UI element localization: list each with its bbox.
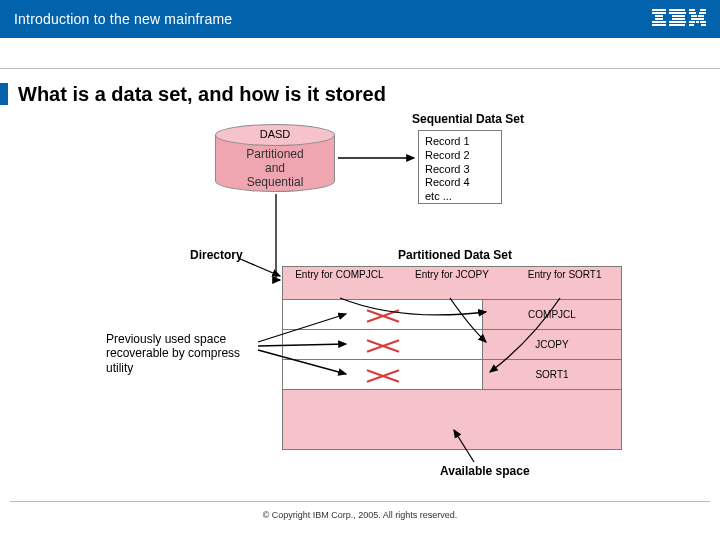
pds-member: SORT1 (483, 360, 621, 389)
x-mark-icon (366, 336, 400, 354)
svg-rect-11 (669, 24, 685, 26)
pds-available-space (283, 389, 621, 449)
svg-rect-2 (655, 15, 663, 17)
svg-line-25 (238, 258, 280, 276)
seq-row: Record 4 (425, 176, 495, 190)
pds-table: Entry for COMPJCL Entry for JCOPY Entry … (282, 266, 622, 450)
pds-member-row: COMPJCL (283, 299, 621, 329)
dasd-text: Partitioned and Sequential (215, 148, 335, 189)
copyright-text: © Copyright IBM Corp., 2005. All rights … (0, 510, 720, 520)
svg-rect-20 (696, 21, 699, 23)
slide-header: Introduction to the new mainframe (0, 0, 720, 38)
svg-rect-6 (669, 9, 685, 11)
partitioned-title: Partitioned Data Set (398, 248, 512, 262)
seq-row: Record 1 (425, 135, 495, 149)
available-space-label: Available space (440, 464, 530, 478)
slide-content: What is a data set, and how is it stored… (0, 69, 720, 502)
svg-rect-18 (691, 18, 704, 20)
sequential-title: Sequential Data Set (412, 112, 524, 126)
x-mark-icon (366, 306, 400, 324)
prev-space-label: Previously used space recoverable by com… (106, 332, 256, 375)
footer-divider (10, 501, 710, 502)
svg-rect-13 (700, 9, 706, 11)
svg-rect-19 (689, 21, 695, 23)
x-mark-icon (366, 366, 400, 384)
seq-row: etc ... (425, 190, 495, 204)
pds-entry: Entry for COMPJCL (283, 267, 396, 299)
svg-rect-12 (689, 9, 695, 11)
pds-entry: Entry for SORT1 (508, 267, 621, 299)
svg-rect-15 (699, 12, 706, 14)
svg-rect-14 (689, 12, 696, 14)
svg-rect-21 (700, 21, 706, 23)
pds-member-row: JCOPY (283, 329, 621, 359)
pds-member-row: SORT1 (283, 359, 621, 389)
svg-rect-3 (655, 18, 663, 20)
svg-rect-7 (669, 12, 686, 14)
svg-rect-22 (689, 24, 694, 26)
svg-rect-23 (701, 24, 706, 26)
svg-rect-1 (652, 12, 666, 14)
svg-rect-16 (691, 15, 697, 17)
directory-label: Directory (190, 248, 243, 262)
title-accent-bar (0, 83, 8, 105)
pds-entry: Entry for JCOPY (396, 267, 509, 299)
pds-member: JCOPY (483, 330, 621, 359)
seq-row: Record 3 (425, 163, 495, 177)
ibm-logo (652, 9, 706, 29)
svg-rect-8 (672, 15, 685, 17)
svg-rect-10 (669, 21, 686, 23)
pds-member: COMPJCL (483, 300, 621, 329)
slide-title: What is a data set, and how is it stored (18, 83, 706, 106)
sequential-box: Record 1 Record 2 Record 3 Record 4 etc … (418, 130, 502, 204)
seq-row: Record 2 (425, 149, 495, 163)
header-title: Introduction to the new mainframe (14, 11, 232, 27)
dasd-label: DASD (215, 128, 335, 140)
diagram: DASD Partitioned and Sequential Sequenti… (20, 112, 700, 502)
dasd-cylinder: DASD Partitioned and Sequential (215, 124, 335, 192)
svg-rect-5 (652, 24, 666, 26)
svg-rect-0 (652, 9, 666, 11)
svg-rect-17 (698, 15, 704, 17)
svg-rect-4 (652, 21, 666, 23)
svg-rect-9 (672, 18, 685, 20)
pds-directory-row: Entry for COMPJCL Entry for JCOPY Entry … (283, 267, 621, 299)
